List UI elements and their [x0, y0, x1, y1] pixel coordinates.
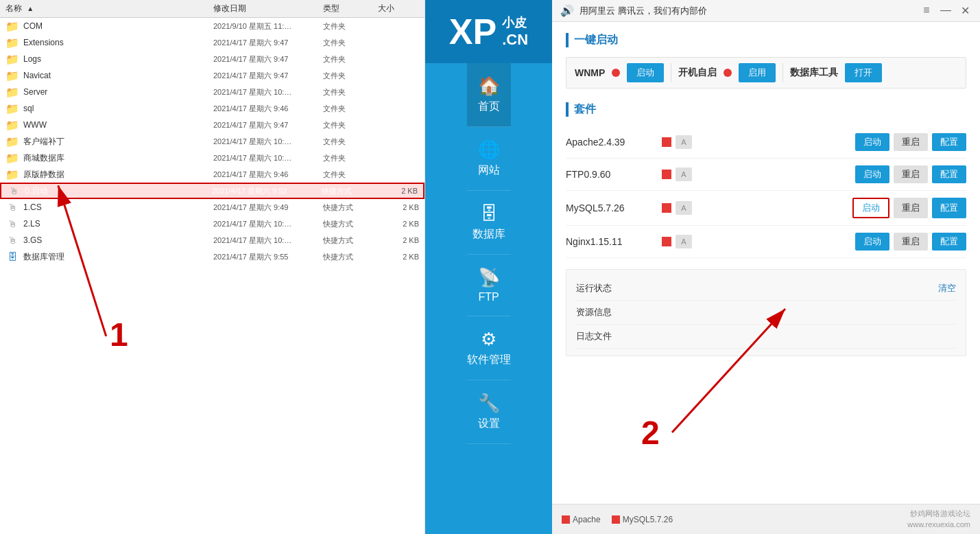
status-indicator [662, 137, 671, 147]
col-size-label: 大小 [378, 3, 394, 13]
component-name: Apache2.4.39 [566, 137, 662, 148]
minimize-button[interactable]: — [939, 4, 953, 17]
config-button[interactable]: 配置 [932, 198, 966, 218]
file-type: 文件夹 [323, 153, 378, 163]
file-type: 文件夹 [323, 104, 378, 114]
table-row[interactable]: 📁 Server 2021/4/17 星期六 10:… 文件夹 [0, 84, 425, 100]
table-row[interactable]: 📁 原版静数据 2021/4/17 星期六 9:46 文件夹 [0, 166, 425, 183]
nav-label: 网站 [478, 163, 500, 178]
table-row[interactable]: 🖱 1.CS 2021/4/17 星期六 9:49 快捷方式 2 KB [0, 199, 425, 216]
auto-badge: A [676, 235, 692, 248]
file-name: Logs [23, 54, 41, 64]
table-row[interactable]: 📁 客户端补丁 2021/4/17 星期六 10:… 文件夹 [0, 133, 425, 150]
restart-button[interactable]: 重启 [894, 133, 928, 151]
wnmp-titlebar-text: 用阿里云 腾讯云，我们有内部价 [579, 5, 920, 17]
open-button[interactable]: 打开 [845, 63, 882, 82]
file-type: 文件夹 [323, 38, 378, 48]
component-name: Nginx1.15.11 [566, 236, 662, 247]
status-row: 日志文件 [576, 325, 956, 349]
titlebar-controls: ≡ — ✕ [920, 4, 972, 17]
table-row[interactable]: 📁 Logs 2021/4/17 星期六 9:47 文件夹 [0, 51, 425, 67]
status-label: 运行状态 [576, 282, 612, 294]
xp-sidebar: XP 小皮 .CN 🏠 首页 🌐 网站 🗄 数据库 📡 FTP ⚙ 软件管理 🔧… [425, 0, 552, 534]
nav-label: 数据库 [473, 227, 505, 242]
file-icon: 🖱 [7, 184, 21, 198]
sidebar-item-设置[interactable]: 🔧 设置 [467, 380, 511, 444]
file-icon: 📁 [5, 135, 19, 148]
file-name-cell: 📁 Server [5, 85, 213, 99]
wnmp-start-button[interactable]: 启动 [627, 63, 664, 82]
nav-icon: 🗄 [480, 203, 498, 224]
restart-button[interactable]: 重启 [894, 165, 928, 183]
status-row: 运行状态 清空 [576, 277, 956, 301]
component-status-area: A [662, 167, 855, 181]
table-row[interactable]: 🗄 数据库管理 2021/4/17 星期六 9:55 快捷方式 2 KB [0, 248, 425, 265]
file-size: 2 KB [378, 253, 419, 261]
db-tools-label: 数据库工具 [790, 67, 838, 79]
nav-icon: 🏠 [478, 76, 500, 97]
file-name: 商城数据库 [23, 152, 64, 164]
bottom-indicator [612, 515, 620, 524]
component-row: FTP0.9.60 A 启动 重启 配置 [566, 159, 966, 191]
col-date-label: 修改日期 [213, 3, 246, 13]
file-icon: 🖱 [5, 217, 19, 231]
file-date: 2021/4/17 星期六 9:55 [213, 252, 323, 262]
sidebar-item-FTP[interactable]: 📡 FTP [467, 255, 511, 316]
file-date: 2021/9/10 星期五 11:… [213, 21, 323, 32]
table-row[interactable]: 📁 Navicat 2021/4/17 星期六 9:47 文件夹 [0, 67, 425, 84]
table-row[interactable]: 📁 WWW 2021/4/17 星期六 9:47 文件夹 [0, 117, 425, 133]
sort-arrow: ▲ [27, 5, 34, 12]
divider-2 [782, 63, 783, 82]
enable-button[interactable]: 启用 [739, 63, 776, 82]
file-icon: 📁 [5, 118, 19, 132]
watermark-line1: 炒鸡网络游戏论坛 [907, 509, 970, 519]
wnmp-status-dot [612, 69, 620, 77]
config-button[interactable]: 配置 [932, 133, 966, 151]
sidebar-item-网站[interactable]: 🌐 网站 [467, 127, 511, 191]
status-indicator [662, 170, 671, 179]
wnmp-content: 一键启动 WNMP 启动 开机自启 启用 数据库工具 打开 套件 Apache2… [552, 22, 980, 504]
config-button[interactable]: 配置 [932, 165, 966, 183]
col-type-label: 类型 [323, 3, 339, 13]
file-date: 2021/4/17 星期六 9:47 [213, 71, 323, 81]
status-indicator [662, 237, 671, 246]
component-status-area: A [662, 201, 852, 215]
config-button[interactable]: 配置 [932, 233, 966, 251]
file-type: 文件夹 [323, 71, 378, 81]
file-name-cell: 📁 WWW [5, 118, 213, 132]
file-date: 2021/4/17 星期六 9:49 [213, 202, 323, 213]
close-button[interactable]: ✕ [958, 4, 972, 17]
table-row[interactable]: 🖱 2.LS 2021/4/17 星期六 10:… 快捷方式 2 KB [0, 216, 425, 232]
table-row[interactable]: 🖱 0.启动 2021/4/17 星期六 9:52 快捷方式 2 KB [0, 183, 425, 199]
col-name-label: 名称 [5, 3, 22, 13]
restart-button[interactable]: 重启 [894, 198, 928, 218]
file-type: 快捷方式 [323, 219, 378, 229]
nav-icon: 🌐 [478, 139, 500, 161]
start-button[interactable]: 启动 [855, 165, 889, 183]
restart-button[interactable]: 重启 [894, 233, 928, 251]
sidebar-item-数据库[interactable]: 🗄 数据库 [467, 191, 511, 255]
clear-link[interactable]: 清空 [938, 282, 956, 294]
sidebar-item-软件管理[interactable]: ⚙ 软件管理 [467, 316, 511, 380]
wnmp-titlebar: 🔊 用阿里云 腾讯云，我们有内部价 ≡ — ✕ [552, 0, 980, 22]
speaker-icon: 🔊 [560, 4, 574, 17]
watermark: 炒鸡网络游戏论坛 www.rexuexia.com [907, 509, 970, 530]
file-name: 1.CS [23, 202, 42, 212]
table-row[interactable]: 📁 Extensions 2021/4/17 星期六 9:47 文件夹 [0, 34, 425, 51]
table-row[interactable]: 📁 商城数据库 2021/4/17 星期六 10:… 文件夹 [0, 150, 425, 166]
file-name: 2.LS [23, 219, 40, 229]
menu-button[interactable]: ≡ [920, 4, 933, 17]
table-row[interactable]: 🖱 3.GS 2021/4/17 星期六 10:… 快捷方式 2 KB [0, 232, 425, 248]
file-size: 2 KB [378, 220, 419, 228]
table-row[interactable]: 📁 sql 2021/4/17 星期六 9:46 文件夹 [0, 100, 425, 117]
file-name: Navicat [23, 71, 51, 80]
bottom-status-item: Apache [562, 515, 601, 524]
sidebar-item-首页[interactable]: 🏠 首页 [467, 63, 511, 127]
table-row[interactable]: 📁 COM 2021/9/10 星期五 11:… 文件夹 [0, 18, 425, 34]
start-button[interactable]: 启动 [855, 133, 889, 151]
start-button[interactable]: 启动 [852, 198, 889, 218]
file-icon: 📁 [5, 151, 19, 165]
component-buttons: 启动 重启 配置 [855, 233, 966, 251]
file-size: 2 KB [378, 236, 419, 244]
start-button[interactable]: 启动 [855, 233, 889, 251]
